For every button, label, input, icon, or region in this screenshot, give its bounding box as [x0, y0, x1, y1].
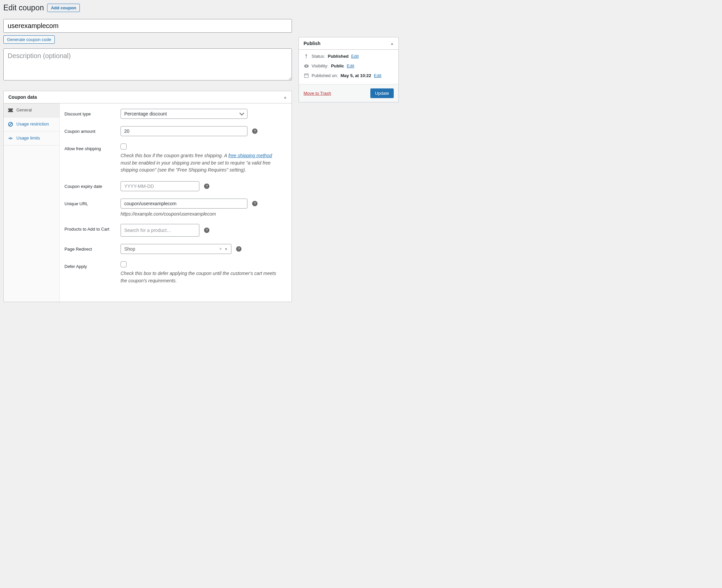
expiry-date-input[interactable] — [121, 181, 199, 191]
coupon-amount-input[interactable] — [121, 126, 247, 136]
page-redirect-value: Shop — [124, 246, 135, 252]
coupon-amount-label: Coupon amount — [64, 126, 121, 134]
free-shipping-label: Allow free shipping — [64, 144, 121, 151]
status-label: Status: — [312, 54, 325, 59]
published-on-value: May 5, at 10:22 — [341, 73, 372, 78]
limits-icon — [8, 136, 13, 141]
help-icon[interactable]: ? — [204, 228, 209, 233]
svg-line-1 — [9, 123, 12, 126]
help-icon[interactable]: ? — [236, 246, 241, 252]
eye-icon — [304, 64, 309, 68]
visibility-label: Visibility: — [312, 63, 328, 68]
svg-rect-5 — [304, 74, 308, 78]
clear-icon[interactable]: × — [219, 247, 222, 251]
add-coupon-button[interactable]: Add coupon — [47, 4, 80, 12]
unique-url-preview: https://example.com/coupon/userexampleco… — [121, 211, 286, 216]
products-add-label: Products to Add to Cart — [64, 224, 121, 232]
coupon-data-panel: Coupon data ▲ General Usage re — [3, 91, 292, 302]
ban-icon — [8, 122, 13, 127]
chevron-down-icon: ▼ — [224, 247, 228, 251]
tab-label: Usage restriction — [16, 122, 49, 127]
defer-apply-description: Check this box to defer applying the cou… — [121, 270, 278, 284]
coupon-data-title: Coupon data — [8, 94, 37, 100]
page-redirect-select[interactable]: Shop × ▼ — [121, 244, 232, 254]
coupon-code-input[interactable] — [3, 19, 292, 33]
tab-general[interactable]: General — [4, 103, 59, 118]
update-button[interactable]: Update — [370, 88, 394, 98]
free-shipping-method-link[interactable]: free shipping method — [228, 153, 272, 158]
edit-visibility-link[interactable]: Edit — [347, 63, 354, 68]
tab-usage-limits[interactable]: Usage limits — [4, 131, 59, 146]
edit-status-link[interactable]: Edit — [351, 54, 359, 59]
tab-usage-restriction[interactable]: Usage restriction — [4, 118, 59, 131]
svg-point-2 — [305, 54, 307, 56]
help-icon[interactable]: ? — [204, 184, 209, 189]
status-value: Published — [327, 54, 348, 59]
pin-icon — [304, 54, 309, 59]
discount-type-select[interactable]: Percentage discount — [121, 109, 247, 119]
unique-url-label: Unique URL — [64, 198, 121, 206]
coupon-description-textarea[interactable] — [3, 48, 292, 80]
tab-label: Usage limits — [16, 135, 40, 141]
ticket-icon — [8, 108, 13, 112]
move-to-trash-link[interactable]: Move to Trash — [304, 91, 331, 96]
page-title: Edit coupon — [3, 3, 44, 12]
publish-title: Publish — [304, 41, 321, 46]
defer-apply-label: Defer Apply — [64, 261, 121, 269]
products-search-input[interactable]: Search for a product… — [121, 224, 199, 237]
unique-url-input[interactable] — [121, 198, 247, 209]
collapse-icon[interactable]: ▲ — [283, 96, 287, 99]
page-redirect-label: Page Redirect — [64, 244, 121, 252]
collapse-icon[interactable]: ▲ — [390, 42, 394, 45]
discount-type-label: Discount type — [64, 109, 121, 117]
help-icon[interactable]: ? — [252, 201, 258, 206]
generate-coupon-code-button[interactable]: Generate coupon code — [3, 35, 55, 44]
free-shipping-checkbox[interactable] — [121, 144, 126, 149]
calendar-icon — [304, 74, 309, 78]
edit-date-link[interactable]: Edit — [374, 73, 381, 78]
svg-rect-3 — [306, 56, 306, 58]
svg-point-4 — [305, 65, 307, 67]
free-shipping-description: Check this box if the coupon grants free… — [121, 152, 278, 174]
published-on-label: Published on: — [312, 73, 338, 78]
tab-label: General — [16, 107, 32, 113]
visibility-value: Public — [331, 63, 344, 68]
help-icon[interactable]: ? — [252, 128, 258, 134]
defer-apply-checkbox[interactable] — [121, 261, 126, 267]
expiry-date-label: Coupon expiry date — [64, 181, 121, 189]
publish-box: Publish ▲ Status: Published Edit Visibil… — [299, 37, 399, 102]
